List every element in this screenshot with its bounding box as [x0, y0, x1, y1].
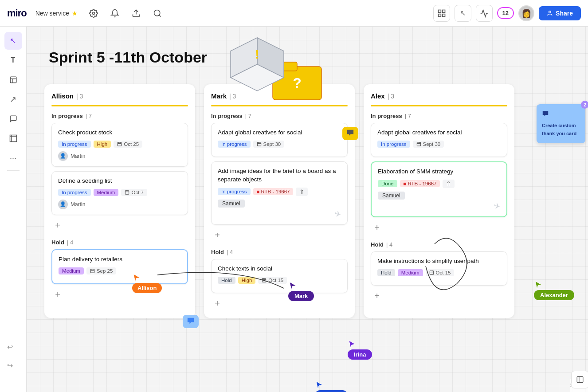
- arrow-tool[interactable]: ↗: [4, 90, 22, 108]
- cursor-mode-button[interactable]: ↖: [455, 5, 471, 22]
- tag-done: Done: [378, 180, 397, 187]
- bottom-bar: 50%: [570, 379, 588, 392]
- comment-tool[interactable]: [4, 110, 22, 128]
- svg-rect-12: [10, 135, 16, 142]
- card-tags: In progress Sept 30: [218, 141, 341, 148]
- tag-inprogress: In progress: [377, 141, 410, 148]
- card-adapt-creatives-mark[interactable]: Adapt global creatives for social In pro…: [211, 123, 348, 157]
- settings-button[interactable]: [86, 6, 101, 20]
- section-hold-mark: Hold | 4: [211, 249, 348, 255]
- card-add-image-ideas[interactable]: Add image ideas for the brief to a board…: [211, 161, 348, 225]
- share-button[interactable]: Share: [539, 6, 581, 20]
- columns-wrapper: Allison | 3 In progress | 7 Check produc…: [44, 84, 514, 318]
- add-card-button-alex[interactable]: +: [371, 222, 383, 234]
- add-card-hold-mark-button[interactable]: +: [211, 298, 223, 310]
- card-title: Make instructions to simplify user path: [377, 257, 501, 266]
- cursor-alexander: Alexander: [534, 280, 574, 300]
- card-check-product-stock[interactable]: Check product stock In progress High Oct…: [51, 123, 188, 167]
- more-tools[interactable]: ···: [4, 149, 22, 167]
- tag-hold: Hold: [218, 277, 235, 284]
- card-smm-strategy[interactable]: Elaboration of SMM strategy Done ■ RTB -…: [371, 161, 507, 217]
- card-adapt-creatives-alex[interactable]: Adapt global creatives for social In pro…: [371, 123, 507, 157]
- topnav: miro New service ★ ↖ 12 👩 Share: [0, 0, 588, 27]
- card-define-seeding[interactable]: Define a seeding list In progress Medium…: [51, 171, 188, 215]
- section-add-inprogress-mark: +: [211, 229, 348, 242]
- text-tool[interactable]: T: [4, 51, 22, 69]
- add-card-hold-button[interactable]: +: [51, 289, 64, 301]
- svg-rect-9: [10, 77, 16, 83]
- card-check-texts[interactable]: Check texts in social Hold High Oct 15: [211, 259, 348, 293]
- tag-date: Sept 30: [413, 141, 444, 148]
- card-title: Plan delivery to retailers: [59, 255, 181, 264]
- tag-inprogress: In progress: [58, 141, 91, 148]
- card-tags: In progress Medium Oct 7: [58, 189, 181, 196]
- star-icon[interactable]: ★: [72, 10, 78, 17]
- card-title: Adapt global creatives for social: [218, 129, 341, 137]
- canvas[interactable]: Sprint 5 -11th October ! ? 2: [27, 27, 588, 392]
- nav-icons: [86, 6, 165, 20]
- card-tags: Done ■ RTB - 19667 ⇑: [378, 180, 500, 188]
- add-card-button-mark[interactable]: +: [211, 229, 223, 242]
- tag-rtb: ■ RTB - 19667: [400, 180, 440, 187]
- tag-date: Oct 25: [114, 141, 142, 148]
- column-mark: Mark | 3 In progress | 7 Adapt global cr…: [204, 84, 355, 318]
- cube-decoration: !: [222, 31, 293, 95]
- tag-medium: Medium: [94, 189, 119, 196]
- chat-bubble-allison: [183, 315, 199, 328]
- panel-toggle[interactable]: [571, 371, 588, 388]
- grid-view-button[interactable]: [433, 5, 450, 22]
- project-name[interactable]: New service ★: [35, 10, 78, 17]
- tag-high: High: [94, 141, 111, 148]
- card-tags: Medium Sep 25: [59, 267, 181, 274]
- logo: miro: [7, 8, 27, 19]
- cursor-joanne: Joanne: [315, 380, 348, 392]
- undo-button[interactable]: ↩: [1, 338, 19, 356]
- upload-button[interactable]: [129, 6, 143, 20]
- tag-medium: Medium: [59, 267, 84, 274]
- sticky-tool[interactable]: [4, 71, 22, 89]
- card-tags: Hold High Oct 15: [218, 277, 341, 284]
- bell-button[interactable]: [108, 6, 122, 20]
- card-footer: Samuel: [218, 200, 341, 208]
- column-divider-allison: [51, 105, 188, 106]
- svg-point-2: [154, 10, 160, 16]
- section-inprogress-mark: In progress | 7: [211, 113, 348, 119]
- add-card-button[interactable]: +: [51, 220, 64, 232]
- svg-rect-30: [90, 269, 94, 273]
- svg-rect-7: [442, 14, 445, 16]
- card-tags: In progress High Oct 25: [58, 141, 181, 148]
- card-title: Adapt global creatives for social: [377, 129, 501, 137]
- tag-rtb: ■ RTB - 19667: [253, 188, 294, 195]
- card-make-instructions[interactable]: Make instructions to simplify user path …: [371, 251, 507, 286]
- left-sidebar: ↖ T ↗ ··· ↩ ↪: [0, 27, 27, 392]
- avatar[interactable]: 👩: [518, 5, 534, 21]
- search-button[interactable]: [150, 6, 165, 20]
- tag-medium: Medium: [398, 269, 423, 276]
- add-card-hold-alex-button[interactable]: +: [371, 290, 383, 302]
- card-plan-delivery[interactable]: Plan delivery to retailers Medium Sep 25: [51, 249, 188, 284]
- svg-rect-34: [257, 142, 261, 146]
- card-title: Check texts in social: [218, 265, 341, 273]
- svg-point-8: [549, 11, 551, 13]
- tag-inprogress: In progress: [218, 188, 251, 195]
- section-add-hold-allison: +: [51, 289, 188, 301]
- redo-button[interactable]: ↪: [1, 357, 19, 374]
- section-add-inprogress-alex: +: [371, 222, 507, 234]
- cursor-tool[interactable]: ↖: [4, 32, 22, 50]
- column-divider-mark: [211, 105, 348, 106]
- column-title-alex: Alex: [371, 92, 385, 100]
- card-footer: 👤 Martin: [58, 200, 181, 209]
- svg-rect-4: [438, 10, 441, 12]
- project-name-label: New service: [35, 10, 69, 17]
- cursor-allison: Allison: [132, 273, 162, 293]
- card-title: Elaboration of SMM strategy: [378, 168, 500, 176]
- svg-text:?: ?: [293, 75, 302, 91]
- svg-point-0: [92, 12, 94, 14]
- svg-rect-22: [118, 142, 122, 146]
- frame-tool[interactable]: [4, 129, 22, 147]
- section-add-inprogress-allison: +: [51, 220, 188, 232]
- card-tags: In progress ■ RTB - 19667 ⇑: [218, 188, 341, 196]
- section-add-hold-mark: +: [211, 298, 348, 310]
- notification-count[interactable]: 12: [497, 7, 514, 19]
- party-button[interactable]: [476, 5, 493, 22]
